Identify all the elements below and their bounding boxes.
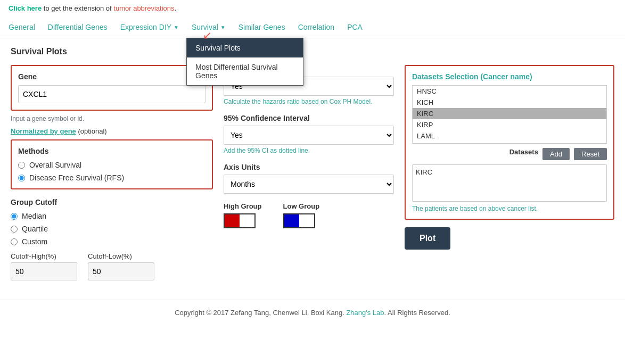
hazards-note: Calculate the hazards ratio based on Cox… [224,98,394,105]
main-nav: General Differential Genes Expression DI… [0,16,625,38]
median-label: Median [22,212,46,220]
top-bar: Click here to get the extension of tumor… [0,0,625,16]
cutoff-inputs: Cutoff-High(%) Cutoff-Low(%) [11,252,213,280]
form-grid: Gene Input a gene symbol or id. Normaliz… [11,65,614,280]
confidence-label: 95% Confidence Interval [224,114,394,122]
topbar-desc: to get the extension of [42,4,113,12]
nav-pca[interactable]: PCA [347,16,363,38]
normalized-optional: (optional) [76,127,107,135]
tumor-link[interactable]: tumor abbreviations [113,4,174,12]
high-group-swatch[interactable] [224,213,256,228]
cancer-kirc[interactable]: KIRC [413,108,606,119]
confidence-note: Add the 95% CI as dotted line. [224,147,394,154]
click-here-link[interactable]: Click here [9,4,42,12]
color-group: High Group Low Group [224,202,394,228]
dfs-radio[interactable] [18,175,25,181]
datasets-label: Datasets [509,148,538,158]
footer-text: Copyright © 2017 Zefang Tang, Chenwei Li… [175,309,346,317]
cancer-kirp[interactable]: KIRP [413,119,606,130]
overall-survival-radio[interactable] [18,162,25,169]
add-button[interactable]: Add [542,148,570,160]
footer-suffix: . All Rights Reserved. [384,309,450,317]
low-group-label: Low Group [283,202,320,210]
main-content: Survival Plots Gene Input a gene symbol … [0,38,625,289]
nav-diff-genes[interactable]: Differential Genes [48,16,108,38]
median-option: Median [11,212,213,220]
cutoff-low-input[interactable] [88,262,154,280]
dfs-label: Disease Free Survival (RFS) [29,173,124,182]
custom-option: Custom [11,237,213,246]
dfs-option: Disease Free Survival (RFS) [18,173,205,182]
gene-label: Gene [18,72,205,81]
plot-button[interactable]: Plot [405,227,450,250]
footer: Copyright © 2017 Zefang Tang, Chenwei Li… [0,300,625,325]
quartile-label: Quartile [22,225,48,233]
quartile-radio[interactable] [11,226,18,233]
section-title: Survival Plots [11,47,614,56]
overall-survival-option: Overall Survival [18,161,205,169]
custom-radio[interactable] [11,238,18,245]
cancer-hnsc[interactable]: HNSC [413,86,606,97]
axis-units-field: Axis Units Months Days Years [224,163,394,194]
nav-correlation[interactable]: Correlation [298,16,334,38]
datasets-cancer-link[interactable]: (Cancer name) [480,72,532,81]
custom-label: Custom [22,237,47,246]
overall-survival-label: Overall Survival [29,161,81,169]
methods-box: Methods Overall Survival Disease Free Su… [11,139,213,189]
normalized-row: Normalized by gene (optional) [11,127,213,135]
high-group-label: High Group [224,202,262,210]
middle-column: Hazards Ratio (HR) Yes No Calculate the … [224,65,394,280]
normalized-link[interactable]: Normalized by gene [11,127,76,135]
high-group-item: High Group [224,202,262,228]
patients-note: The patients are based on above cancer l… [412,205,607,212]
methods-radio-group: Overall Survival Disease Free Survival (… [18,161,205,182]
zhangs-lab-link[interactable]: Zhang's Lab [346,309,384,317]
cutoff-radio-group: Median Quartile Custom [11,212,213,246]
cancer-list[interactable]: HNSC KICH KIRC KIRP LAML LGG [412,85,607,144]
selected-datasets-box: KIRC [412,164,607,202]
gene-box: Gene [11,65,213,111]
reset-button[interactable]: Reset [574,148,607,160]
cancer-laml[interactable]: LAML [413,130,606,142]
low-group-swatch[interactable] [283,213,315,228]
cutoff-high-input[interactable] [11,262,77,280]
gene-hint: Input a gene symbol or id. [11,115,213,122]
right-column: Datasets Selection (Cancer name) HNSC KI… [405,65,614,280]
dropdown-arrow: ↙ [203,29,212,42]
cancer-lgg[interactable]: LGG [413,142,606,144]
dropdown-most-differential[interactable]: Most Differential Survival Genes [187,57,303,85]
low-group-item: Low Group [283,202,320,228]
cancer-kich[interactable]: KICH [413,97,606,108]
cutoff-low-label: Cutoff-Low(%) [88,252,154,260]
group-cutoff: Group Cutoff Median Quartile Custom [11,198,213,280]
cutoff-low-field: Cutoff-Low(%) [88,252,154,280]
nav-survival-container: Survival ▼ ↙ Survival Plots Most Differe… [192,16,226,38]
datasets-box: Datasets Selection (Cancer name) HNSC KI… [405,65,614,220]
nav-similar-genes[interactable]: Similar Genes [239,16,285,38]
confidence-field: 95% Confidence Interval Yes No Add the 9… [224,114,394,154]
datasets-title: Datasets Selection (Cancer name) [412,72,607,81]
confidence-select[interactable]: Yes No [224,126,394,145]
group-cutoff-title: Group Cutoff [11,198,213,206]
methods-title: Methods [18,147,205,155]
datasets-buttons: Datasets Add Reset [412,148,607,160]
gene-input[interactable] [18,85,205,103]
axis-units-label: Axis Units [224,163,394,171]
cutoff-high-label: Cutoff-High(%) [11,252,77,260]
left-column: Gene Input a gene symbol or id. Normaliz… [11,65,213,280]
survival-dropdown: ↙ Survival Plots Most Differential Survi… [186,38,303,86]
nav-general[interactable]: General [9,16,35,38]
nav-expression-diy[interactable]: Expression DIY ▼ [120,16,179,38]
quartile-option: Quartile [11,225,213,233]
axis-units-select[interactable]: Months Days Years [224,175,394,194]
cutoff-high-field: Cutoff-High(%) [11,252,77,280]
median-radio[interactable] [11,213,18,220]
